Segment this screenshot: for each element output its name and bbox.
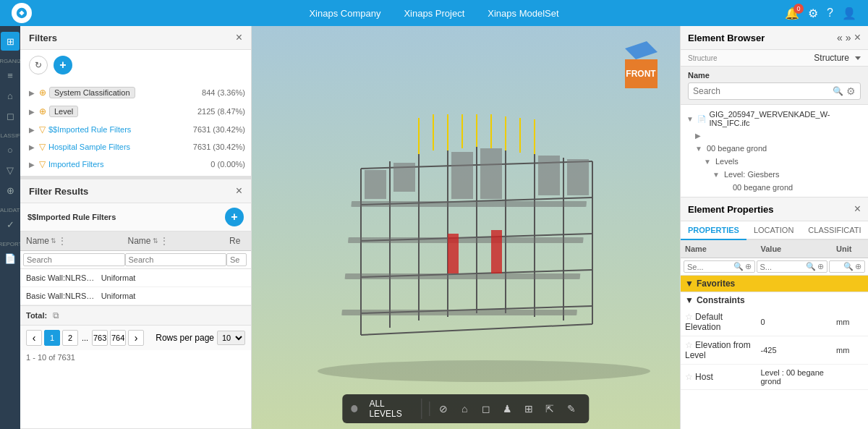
sort-icon[interactable]: ⇅ (153, 237, 158, 245)
toolbar-box-button[interactable]: ◻ (477, 399, 495, 419)
sidebar-organize[interactable]: ⊞ (1, 32, 20, 51)
star-icon[interactable]: ☆ (685, 340, 693, 350)
tab-properties[interactable]: PROPERTIES (681, 221, 746, 240)
star-icon[interactable]: ☆ (685, 372, 693, 382)
filter-item[interactable]: ▶ ▽ Hospital Sample Filters 7631 (30.42%… (20, 138, 251, 156)
ep-value-menu-icon[interactable]: ⊕ (817, 262, 824, 271)
sidebar-validate[interactable]: ✓ (1, 215, 20, 234)
sidebar-layers[interactable]: ≡ (1, 66, 20, 85)
ep-unit-search-input[interactable] (833, 263, 842, 271)
app-logo[interactable] (12, 3, 32, 23)
prev-page-button[interactable]: ‹ (26, 330, 42, 346)
filter-options-icon[interactable]: ⚙ (846, 85, 856, 97)
star-icon[interactable]: ☆ (685, 312, 693, 322)
sidebar-users[interactable]: ⊕ (1, 181, 20, 200)
main-area: Filters × ↻ + ▶ ⊕ System Classification … (20, 26, 868, 429)
refresh-button[interactable]: ↻ (29, 56, 48, 75)
tree-node-floor-child[interactable]: 00 begane grond (681, 181, 868, 194)
sidebar-box[interactable]: ◻ (1, 106, 20, 125)
toolbar-pen-button[interactable]: ✎ (562, 399, 581, 419)
eb-search-icons: 🔍 ⚙ (833, 85, 856, 97)
tab-classification[interactable]: CLASSIFICATI (801, 221, 868, 240)
ep-search-icon[interactable]: 🔍 (733, 262, 744, 271)
settings-icon[interactable]: ⚙ (808, 7, 818, 20)
svg-text:FRONT: FRONT (626, 69, 656, 79)
search-icon[interactable]: 🔍 (833, 86, 843, 96)
notification-icon[interactable]: 🔔 0 (785, 7, 799, 20)
ep-row-elevation-from-level: ☆ Elevation from Level -425 mm (681, 336, 868, 365)
nav-project[interactable]: Xinaps Project (404, 8, 464, 19)
filter-results-close-button[interactable]: × (236, 185, 242, 197)
search-col3 (226, 253, 248, 266)
filters-close-button[interactable]: × (236, 32, 242, 43)
toolbar-grid-button[interactable]: ⊞ (519, 399, 538, 419)
toolbar-home-button[interactable]: ⌂ (455, 399, 474, 419)
filter-item[interactable]: ▶ ⊕ System Classification 844 (3.36%) (20, 83, 251, 102)
help-icon[interactable]: ? (827, 7, 833, 20)
tree-node-file[interactable]: ▼ 📄 GIG_205947_WERVENKADE_W-INS_IFC.ifc (681, 108, 868, 129)
prop-label: Elevation from Level (685, 340, 751, 360)
element-properties-title: Element Properties (688, 204, 774, 215)
eb-tree: ▼ 📄 GIG_205947_WERVENKADE_W-INS_IFC.ifc … (681, 105, 868, 197)
toolbar-circle-slash-button[interactable]: ⊘ (434, 399, 453, 419)
ep-search-row: 🔍 ⊕ 🔍 ⊕ 🔍 ⊕ (681, 258, 868, 276)
rows-per-page-select[interactable]: 10 25 50 (217, 331, 245, 345)
page-1-button[interactable]: 1 (44, 330, 60, 346)
structure-select[interactable]: Structure (814, 53, 861, 63)
ep-unit-search-icon[interactable]: 🔍 (843, 262, 854, 271)
copy-icon[interactable]: ⧉ (53, 310, 59, 320)
sidebar-classify[interactable]: ○ (1, 140, 20, 159)
nav-company[interactable]: Xinaps Company (309, 8, 380, 19)
nav-modelset[interactable]: Xinaps ModelSet (488, 8, 558, 19)
ep-value-search-icon[interactable]: 🔍 (806, 262, 816, 271)
table-row[interactable]: Basic Wall:NLRS_22_WA... Uniformat (20, 287, 251, 305)
page-764-button[interactable]: 764 (110, 330, 126, 346)
svg-rect-30 (567, 159, 589, 195)
name1-search-input[interactable] (23, 253, 125, 266)
next-page-button[interactable]: › (128, 330, 144, 346)
tab-location[interactable]: LOCATION (746, 221, 801, 240)
ep-value-search-input[interactable] (760, 263, 805, 271)
ep-name-search-input[interactable] (687, 263, 732, 271)
ep-search-name: 🔍 ⊕ (684, 260, 755, 273)
sidebar-report[interactable]: 📄 (1, 249, 20, 268)
toolbar-person-button[interactable]: ♟ (498, 399, 517, 419)
filter-link-label: Imported Filters (48, 160, 208, 169)
tree-expand-node[interactable]: ▶ (681, 129, 868, 142)
element-browser-search-input[interactable] (693, 86, 830, 96)
element-browser-close-button[interactable]: × (854, 32, 861, 43)
filter-list: ▶ ⊕ System Classification 844 (3.36%) ▶ … (20, 80, 251, 176)
re-search-input[interactable] (226, 253, 247, 266)
ep-unit-menu-icon[interactable]: ⊕ (855, 262, 861, 271)
add-filter-button[interactable]: + (54, 56, 72, 75)
tree-node-level-giesbers[interactable]: ▼ Level: Giesbers (681, 168, 868, 181)
sidebar-filter[interactable]: ▽ (1, 161, 20, 179)
column-menu-icon[interactable]: ⋮ (58, 236, 67, 246)
ep-section-constraints[interactable]: ▼ Constraints (681, 292, 868, 308)
sidebar-home[interactable]: ⌂ (1, 86, 20, 105)
filter-item[interactable]: ▶ ⊕ Level 2125 (8.47%) (20, 102, 251, 121)
collapse-all-icon[interactable]: « (837, 32, 843, 43)
ep-section-favorites[interactable]: ▼ Favorites (681, 276, 868, 292)
table-row[interactable]: Basic Wall:NLRS_22_WA... Uniformat (20, 269, 251, 287)
page-763-button[interactable]: 763 (92, 330, 108, 346)
profile-icon[interactable]: 👤 (842, 7, 856, 20)
add-result-button[interactable]: + (225, 208, 244, 226)
svg-line-20 (361, 324, 592, 335)
building-3d (303, 111, 665, 386)
element-properties-close-button[interactable]: × (854, 203, 861, 215)
page-2-button[interactable]: 2 (62, 330, 78, 346)
sort-icon[interactable]: ⇅ (51, 237, 56, 245)
filter-item[interactable]: ▶ ▽ Imported Filters 0 (0.00%) (20, 156, 251, 173)
page-controls: ‹ 1 2 ... 763 764 › (26, 330, 144, 346)
column-menu-icon[interactable]: ⋮ (160, 236, 169, 246)
toolbar-share-button[interactable]: ⇱ (541, 399, 560, 419)
expand-all-icon[interactable]: » (846, 32, 851, 43)
ep-name-menu-icon[interactable]: ⊕ (745, 262, 752, 271)
filter-item[interactable]: ▶ ▽ $$Imported Rule Filters 7631 (30.42%… (20, 121, 251, 138)
tree-node-floor[interactable]: ▼ 00 begane grond (681, 142, 868, 155)
name2-search-input[interactable] (125, 253, 227, 266)
filter-tag-label: Level (49, 106, 78, 117)
tree-node-levels[interactable]: ▼ Levels (681, 155, 868, 168)
ep-prop-unit (832, 375, 868, 378)
